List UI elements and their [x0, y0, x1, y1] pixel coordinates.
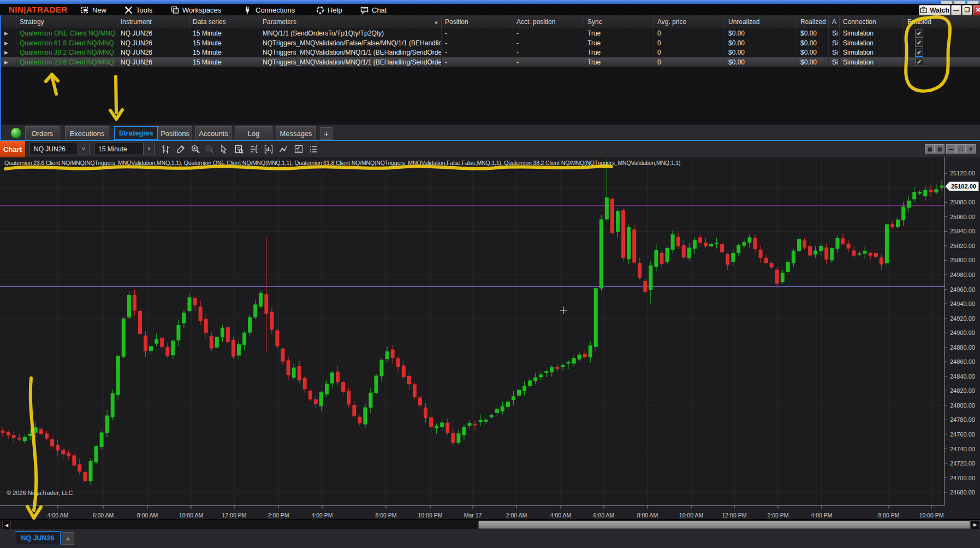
line-tool-icon[interactable]: [278, 144, 289, 155]
tab-executions[interactable]: Executions: [65, 126, 109, 140]
interval-selector[interactable]: 15 Minute ˅: [94, 143, 155, 155]
cell-account: Si: [829, 28, 840, 38]
instrument-selector[interactable]: NQ JUN26 ˅: [29, 143, 90, 155]
time-axis-label: 8:00 PM: [878, 512, 899, 518]
hscrollbar-thumb[interactable]: [478, 521, 970, 529]
chevron-down-icon[interactable]: ˅: [143, 143, 155, 155]
add-chart-tab-button[interactable]: +: [62, 532, 74, 545]
tab-accounts[interactable]: Accounts: [195, 126, 231, 140]
cell-parameters: NQTriggers_MNQValidation/MNQ/1/1 (BEHand…: [259, 57, 442, 67]
column-header-sync[interactable]: Sync: [584, 15, 654, 28]
time-axis-label: 4:00 AM: [550, 512, 572, 518]
menu-item-help[interactable]: Help: [316, 5, 342, 15]
menu-item-workspaces[interactable]: Workspaces: [171, 5, 221, 15]
watch-button[interactable]: Watch: [919, 5, 951, 16]
order-flow-icon[interactable]: [248, 144, 259, 155]
chart-tab-nq-jun26[interactable]: NQ JUN26: [15, 531, 61, 545]
strategy-row-3[interactable]: ▶Quaternion 23.6 Client NQ/MNQNQ JUN2615…: [1, 57, 980, 67]
price-axis-label: 25020.00: [950, 243, 975, 249]
maximize-icon[interactable]: □: [956, 144, 966, 154]
enabled-checkbox[interactable]: ✔: [915, 30, 923, 38]
panel-right-icon[interactable]: ▥: [935, 144, 945, 154]
close-button[interactable]: ✕: [973, 5, 980, 15]
cell-instrument: NQ JUN26: [117, 38, 189, 48]
column-header-label: Unrealized: [728, 18, 759, 26]
minimize-button[interactable]: —: [951, 5, 961, 15]
tab-messages[interactable]: Messages: [276, 126, 316, 140]
chart-panel[interactable]: 25120.0025100.0025080.0025060.0025040.00…: [0, 157, 980, 529]
column-header-realized[interactable]: Realized: [797, 15, 829, 28]
close-icon[interactable]: ✕: [966, 144, 976, 154]
column-header-data-series[interactable]: Data series: [189, 15, 259, 28]
maximize-button[interactable]: ❐: [962, 5, 972, 15]
cell-account: Si: [829, 48, 840, 57]
price-axis-label: 24820.00: [950, 387, 975, 394]
scroll-left-icon[interactable]: ◀: [2, 521, 11, 529]
price-axis-label: 24980.00: [950, 272, 975, 278]
chevron-down-icon[interactable]: ˅: [78, 143, 89, 155]
column-header-acct-position[interactable]: Acct. position: [513, 15, 584, 28]
enabled-checkbox[interactable]: ✔: [915, 39, 923, 47]
row-expander[interactable]: ▶: [1, 57, 16, 67]
price-axis-label: 25060.00: [950, 214, 975, 220]
tab-orders[interactable]: Orders: [25, 126, 60, 140]
minimize-icon[interactable]: —: [946, 144, 956, 154]
strategy-row-0[interactable]: ▶Quaternion ONE Client NQ/MNQNQ JUN2615 …: [1, 28, 980, 39]
price-axis-label: 24900.00: [950, 329, 975, 336]
cell-realized: $0.00: [797, 57, 829, 67]
row-expander[interactable]: ▶: [1, 38, 16, 48]
cursor-icon[interactable]: [218, 144, 229, 155]
tab-strategies[interactable]: Strategies: [114, 126, 158, 140]
window-titlebar-strip: [0, 0, 980, 4]
column-header-unrealized[interactable]: Unrealized: [725, 15, 797, 28]
column-header-position[interactable]: Position: [442, 15, 513, 28]
menu-item-chat[interactable]: Chat: [360, 5, 387, 15]
column-header-instrument[interactable]: Instrument: [117, 15, 189, 28]
cell-enabled: ✔: [904, 57, 980, 67]
enabled-checkbox[interactable]: ✔: [915, 58, 923, 66]
menu-item-new[interactable]: New: [81, 5, 106, 15]
expand-arrow-icon: ▶: [4, 31, 8, 36]
cell-strategy: Quaternion 61.8 Client NQ/MNQ: [16, 38, 117, 48]
column-header-strategy[interactable]: Strategy: [16, 15, 117, 28]
last-price-marker: 25102.00: [945, 181, 979, 191]
strategy-row-1[interactable]: ▶Quaternion 61.8 Client NQ/MNQNQ JUN2615…: [1, 38, 980, 48]
data-box-icon[interactable]: [234, 144, 245, 155]
row-expander[interactable]: ▶: [1, 48, 16, 57]
menu-item-connections[interactable]: Connections: [244, 5, 295, 15]
time-axis-label: 8:00 PM: [375, 512, 396, 518]
time-axis-label: 8:00 AM: [637, 512, 658, 518]
tab-log[interactable]: Log: [235, 126, 272, 140]
enabled-checkbox[interactable]: ✔: [915, 49, 923, 57]
watch-label: Watch: [930, 7, 949, 14]
cell-account: Si: [829, 57, 840, 67]
zoom-in-icon[interactable]: [190, 144, 201, 155]
scroll-right-icon[interactable]: ▶: [970, 520, 980, 529]
chart-strategies-label: Quaternion 23.6 Client NQ/MNQ(NQTriggers…: [4, 160, 938, 166]
zoom-out-icon[interactable]: [204, 144, 215, 155]
column-header-a[interactable]: A: [829, 15, 840, 28]
panel-left-icon[interactable]: ▤: [925, 144, 935, 154]
draw-icon[interactable]: [175, 144, 186, 155]
strategies-dialog-icon[interactable]: [293, 144, 304, 155]
properties-icon[interactable]: [308, 144, 319, 155]
column-header-connection[interactable]: Connection: [840, 15, 904, 28]
row-expander[interactable]: ▶: [1, 28, 16, 38]
indicators-icon[interactable]: [263, 144, 274, 155]
menu-item-tools[interactable]: Tools: [124, 5, 152, 15]
add-tab-button[interactable]: +: [320, 127, 332, 140]
column-header-avg-price[interactable]: Avg. price: [654, 15, 725, 28]
chat-icon: [360, 6, 369, 14]
cell-enabled: ✔: [904, 48, 980, 57]
column-header-expander[interactable]: [1, 15, 16, 28]
column-header-parameters[interactable]: Parameters▲: [259, 15, 442, 28]
strategy-row-2[interactable]: ▶Quaternion 38.2 Client NQ/MNQNQ JUN2615…: [1, 48, 980, 58]
tab-positions[interactable]: Positions: [158, 126, 192, 140]
price-bars-icon[interactable]: [161, 144, 171, 155]
strategies-grid: StrategyInstrumentData seriesParameters▲…: [0, 15, 980, 125]
cell-acct_position: -: [513, 38, 584, 48]
price-axis-label: 24720.00: [950, 460, 975, 467]
cell-instrument: NQ JUN26: [117, 28, 189, 38]
column-header-enabled[interactable]: Enabled: [904, 15, 980, 28]
candlestick-chart[interactable]: 25120.0025100.0025080.0025060.0025040.00…: [0, 157, 980, 529]
